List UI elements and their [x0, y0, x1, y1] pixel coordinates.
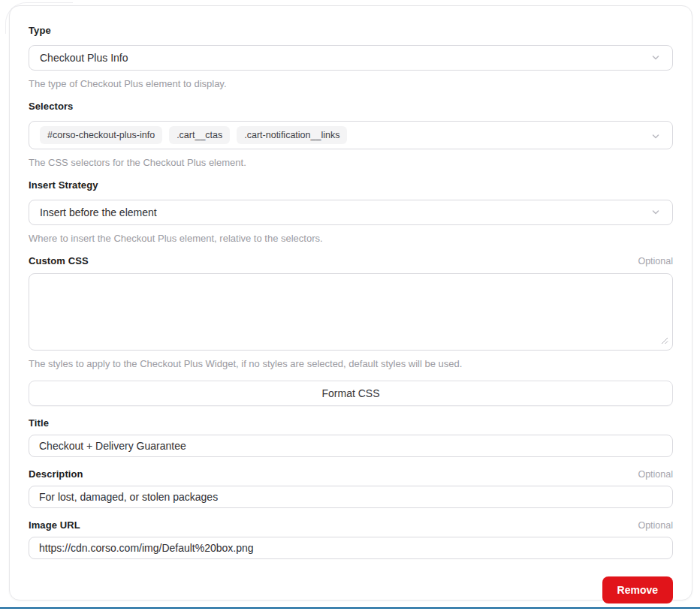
resize-handle-icon[interactable]: [661, 337, 668, 345]
field-custom-css: Custom CSS Optional The styles to apply …: [29, 255, 673, 369]
chevron-down-icon: [650, 52, 662, 64]
insert-strategy-label: Insert Strategy: [29, 179, 98, 191]
description-optional-badge: Optional: [638, 469, 673, 480]
field-image-url: Image URL Optional: [29, 519, 673, 559]
field-title: Title: [29, 417, 673, 457]
type-select-value: Checkout Plus Info: [40, 52, 128, 64]
field-insert-strategy: Insert Strategy Insert before the elemen…: [29, 179, 673, 244]
selectors-label: Selectors: [29, 101, 73, 112]
insert-strategy-help: Where to insert the Checkout Plus elemen…: [29, 233, 673, 244]
custom-css-optional-badge: Optional: [638, 256, 673, 266]
type-label: Type: [29, 25, 51, 36]
selectors-multiselect[interactable]: #corso-checkout-plus-info .cart__ctas .c…: [29, 121, 673, 149]
title-label: Title: [29, 417, 49, 429]
field-type: Type Checkout Plus Info The type of Chec…: [29, 25, 673, 89]
title-input[interactable]: [29, 435, 673, 457]
image-url-label: Image URL: [29, 519, 80, 531]
chevron-down-icon: [650, 206, 662, 218]
description-input[interactable]: [29, 486, 673, 508]
custom-css-label: Custom CSS: [29, 255, 89, 266]
image-url-optional-badge: Optional: [638, 520, 673, 531]
description-label: Description: [29, 468, 83, 480]
selector-tag[interactable]: .cart-notification__links: [237, 126, 347, 144]
insert-strategy-select[interactable]: Insert before the element: [29, 200, 673, 225]
chevron-down-icon: [650, 131, 662, 143]
field-selectors: Selectors #corso-checkout-plus-info .car…: [29, 101, 673, 168]
field-description: Description Optional: [29, 468, 673, 508]
selectors-help: The CSS selectors for the Checkout Plus …: [29, 157, 673, 168]
custom-css-help: The styles to apply to the Checkout Plus…: [29, 358, 673, 369]
actions-row: Remove: [29, 576, 673, 603]
remove-button[interactable]: Remove: [602, 576, 673, 603]
checkout-plus-element-card: Type Checkout Plus Info The type of Chec…: [9, 5, 692, 600]
type-help: The type of Checkout Plus element to dis…: [29, 78, 673, 89]
format-css-button[interactable]: Format CSS: [29, 381, 673, 406]
custom-css-textarea[interactable]: [29, 273, 673, 351]
insert-strategy-select-value: Insert before the element: [40, 206, 157, 218]
selector-tag[interactable]: .cart__ctas: [169, 126, 230, 144]
selector-tag[interactable]: #corso-checkout-plus-info: [40, 126, 162, 144]
bottom-divider: [0, 607, 700, 609]
type-select[interactable]: Checkout Plus Info: [29, 45, 673, 71]
image-url-input[interactable]: [29, 537, 673, 559]
